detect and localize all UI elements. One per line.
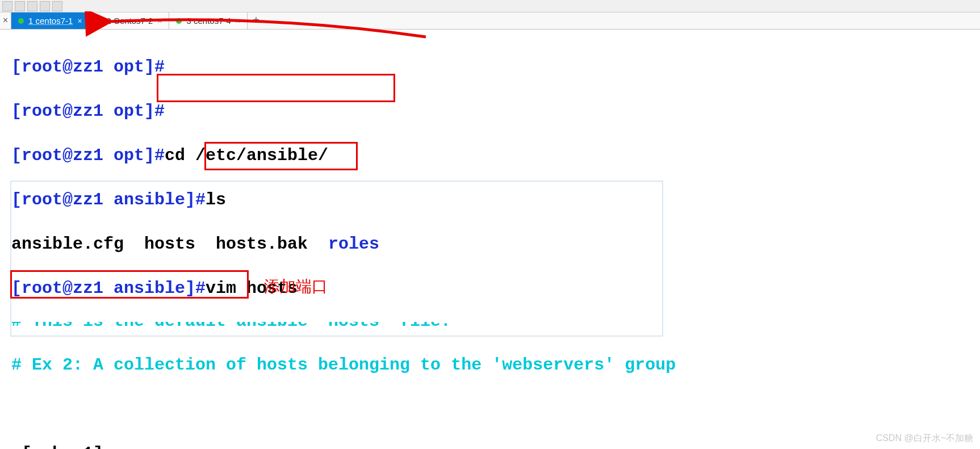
shell-prompt: [root@zz1 opt]# [11, 57, 165, 77]
shell-prompt: [root@zz1 ansible]# [11, 279, 206, 298]
close-icon[interactable]: × [77, 16, 82, 26]
tab-add-button[interactable]: + [248, 12, 265, 29]
terminal-line [11, 398, 969, 421]
app-toolbar [0, 0, 980, 12]
tab-label: 2 Centos7-2 [107, 16, 153, 26]
file-comment: # Ex 2: A collection of hosts belonging … [11, 355, 676, 375]
format-icon[interactable] [2, 1, 12, 11]
terminal-line: [root@zz1 ansible]#vim hosts [11, 278, 969, 300]
copy-icon[interactable] [52, 1, 62, 11]
close-icon[interactable]: × [157, 16, 162, 26]
ls-directory: roles [328, 234, 379, 254]
terminal-line: ansible.cfg hosts hosts.bak roles [11, 233, 969, 255]
terminal-line: [root@zz1 opt]# [11, 100, 969, 123]
terminal-line: [web-z1] [11, 443, 969, 449]
tab-centos7-4[interactable]: 3 centos7-4 × [169, 12, 248, 29]
blank-line [11, 400, 22, 419]
status-dot-icon [176, 18, 182, 24]
shell-prompt: [root@zz1 opt]# [11, 146, 165, 165]
watermark: CSDN @白开水~不加糖 [876, 433, 973, 444]
tab-label: 3 centos7-4 [186, 16, 231, 26]
terminal-line: [root@zz1 ansible]#ls [11, 189, 969, 211]
tab-centos7-2[interactable]: 2 Centos7-2 × [90, 12, 170, 29]
open-icon[interactable] [27, 1, 37, 11]
terminal-line: # Ex 2: A collection of hosts belonging … [11, 354, 969, 376]
ls-output: ansible.cfg hosts hosts.bak [11, 234, 328, 254]
tab-label: 1 centos7-1 [28, 16, 73, 26]
file-comment: # This is the default ansible 'hosts' fi… [11, 322, 451, 331]
terminal-output[interactable]: [root@zz1 opt]# [root@zz1 opt]# [root@zz… [0, 30, 980, 449]
terminal-line: # This is the default ansible 'hosts' fi… [11, 322, 969, 332]
close-icon[interactable]: × [236, 16, 240, 26]
folder-icon[interactable] [40, 1, 50, 11]
tab-bar: × 1 centos7-1 × 2 Centos7-2 × 3 centos7-… [0, 12, 980, 30]
shell-prompt: [root@zz1 ansible]# [11, 190, 206, 209]
tab-close-left[interactable]: × [0, 12, 11, 29]
annotation-label: 添加端口 [264, 276, 328, 297]
shell-command: ls [206, 190, 226, 209]
tab-centos7-1[interactable]: 1 centos7-1 × [11, 12, 90, 29]
save-icon[interactable] [15, 1, 25, 11]
status-dot-icon [97, 18, 102, 24]
shell-prompt: [root@zz1 opt]# [11, 102, 165, 121]
terminal-line: [root@zz1 opt]# [11, 56, 969, 78]
inventory-group: [web-z1] [11, 444, 103, 449]
shell-command: cd /etc/ansible/ [165, 146, 328, 165]
status-dot-icon [18, 18, 24, 24]
terminal-line: [root@zz1 opt]#cd /etc/ansible/ [11, 145, 969, 167]
